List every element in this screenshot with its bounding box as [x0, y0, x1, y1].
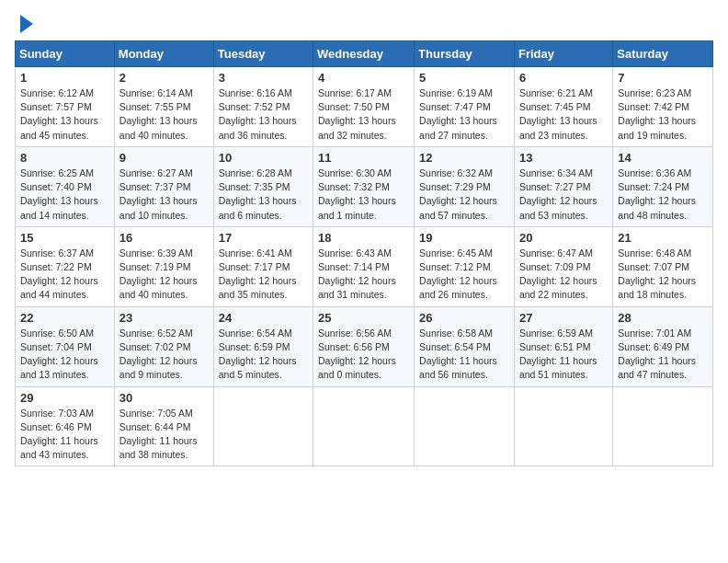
calendar-week-row: 22 Sunrise: 6:50 AM Sunset: 7:04 PM Dayl…	[16, 306, 713, 386]
sunset-text: Sunset: 7:12 PM	[419, 261, 491, 272]
sunrise-text: Sunrise: 6:32 AM	[419, 167, 493, 178]
sunset-text: Sunset: 6:46 PM	[20, 421, 92, 432]
calendar-day-cell: 6 Sunrise: 6:21 AM Sunset: 7:45 PM Dayli…	[514, 67, 612, 147]
calendar-day-cell: 17 Sunrise: 6:41 AM Sunset: 7:17 PM Dayl…	[213, 226, 313, 306]
day-content: Sunrise: 7:05 AM Sunset: 6:44 PM Dayligh…	[119, 407, 209, 463]
sunrise-text: Sunrise: 6:56 AM	[318, 327, 392, 339]
day-content: Sunrise: 6:41 AM Sunset: 7:17 PM Dayligh…	[219, 247, 308, 303]
sunrise-text: Sunrise: 6:14 AM	[119, 87, 193, 98]
daylight-text: Daylight: 12 hours and 53 minutes.	[519, 195, 597, 220]
day-number: 20	[519, 231, 608, 245]
day-number: 16	[119, 231, 209, 245]
sunrise-text: Sunrise: 7:01 AM	[618, 327, 691, 339]
daylight-text: Daylight: 13 hours and 45 minutes.	[20, 115, 98, 140]
day-content: Sunrise: 6:23 AM Sunset: 7:42 PM Dayligh…	[618, 86, 708, 143]
day-number: 19	[419, 231, 509, 245]
day-number: 9	[119, 151, 209, 165]
calendar-day-cell: 7 Sunrise: 6:23 AM Sunset: 7:42 PM Dayli…	[613, 67, 713, 147]
sunset-text: Sunset: 7:35 PM	[219, 181, 290, 192]
sunset-text: Sunset: 7:57 PM	[20, 101, 92, 112]
sunrise-text: Sunrise: 6:48 AM	[618, 247, 691, 259]
calendar-day-cell: 12 Sunrise: 6:32 AM Sunset: 7:29 PM Dayl…	[415, 146, 515, 226]
day-content: Sunrise: 6:19 AM Sunset: 7:47 PM Dayligh…	[419, 86, 509, 143]
sunrise-text: Sunrise: 7:03 AM	[20, 408, 94, 419]
calendar-day-cell: 20 Sunrise: 6:47 AM Sunset: 7:09 PM Dayl…	[514, 226, 612, 306]
calendar-day-cell: 19 Sunrise: 6:45 AM Sunset: 7:12 PM Dayl…	[415, 226, 515, 306]
daylight-text: Daylight: 12 hours and 0 minutes.	[318, 355, 396, 380]
sunset-text: Sunset: 7:17 PM	[219, 261, 290, 272]
daylight-text: Daylight: 13 hours and 32 minutes.	[318, 115, 396, 140]
day-number: 24	[219, 311, 308, 325]
empty-cell	[514, 386, 612, 466]
day-content: Sunrise: 6:14 AM Sunset: 7:55 PM Dayligh…	[119, 86, 209, 143]
day-content: Sunrise: 6:28 AM Sunset: 7:35 PM Dayligh…	[219, 167, 308, 223]
sunset-text: Sunset: 7:04 PM	[20, 341, 92, 352]
day-number: 8	[20, 151, 109, 165]
daylight-text: Daylight: 13 hours and 14 minutes.	[20, 195, 98, 220]
day-header-thursday: Thursday	[415, 41, 515, 67]
sunset-text: Sunset: 7:45 PM	[519, 101, 591, 112]
sunset-text: Sunset: 7:14 PM	[318, 261, 390, 272]
day-number: 22	[20, 311, 109, 325]
sunrise-text: Sunrise: 6:39 AM	[119, 247, 193, 259]
day-content: Sunrise: 6:43 AM Sunset: 7:14 PM Dayligh…	[318, 247, 409, 303]
calendar-day-cell: 22 Sunrise: 6:50 AM Sunset: 7:04 PM Dayl…	[16, 306, 115, 386]
sunrise-text: Sunrise: 6:43 AM	[318, 247, 392, 259]
sunset-text: Sunset: 6:59 PM	[219, 341, 290, 352]
sunrise-text: Sunrise: 6:23 AM	[618, 87, 691, 98]
sunset-text: Sunset: 7:22 PM	[20, 261, 92, 272]
calendar-week-row: 8 Sunrise: 6:25 AM Sunset: 7:40 PM Dayli…	[16, 146, 713, 226]
daylight-text: Daylight: 13 hours and 1 minute.	[318, 195, 396, 220]
calendar-day-cell: 23 Sunrise: 6:52 AM Sunset: 7:02 PM Dayl…	[114, 306, 213, 386]
day-content: Sunrise: 7:01 AM Sunset: 6:49 PM Dayligh…	[618, 327, 708, 383]
empty-cell	[213, 386, 313, 466]
sunrise-text: Sunrise: 6:45 AM	[419, 247, 493, 259]
calendar-day-cell: 18 Sunrise: 6:43 AM Sunset: 7:14 PM Dayl…	[313, 226, 415, 306]
logo-triangle-icon	[20, 15, 33, 33]
sunrise-text: Sunrise: 6:50 AM	[20, 327, 94, 339]
sunrise-text: Sunrise: 6:41 AM	[219, 247, 292, 259]
day-number: 18	[318, 231, 409, 245]
calendar-day-cell: 24 Sunrise: 6:54 AM Sunset: 6:59 PM Dayl…	[213, 306, 313, 386]
sunset-text: Sunset: 7:52 PM	[219, 101, 290, 112]
day-number: 25	[318, 311, 409, 325]
day-number: 13	[519, 151, 608, 165]
day-content: Sunrise: 6:54 AM Sunset: 6:59 PM Dayligh…	[219, 327, 308, 383]
calendar-day-cell: 11 Sunrise: 6:30 AM Sunset: 7:32 PM Dayl…	[313, 146, 415, 226]
calendar-day-cell: 25 Sunrise: 6:56 AM Sunset: 6:56 PM Dayl…	[313, 306, 415, 386]
daylight-text: Daylight: 12 hours and 40 minutes.	[119, 275, 198, 300]
day-content: Sunrise: 6:48 AM Sunset: 7:07 PM Dayligh…	[618, 247, 708, 303]
day-number: 11	[318, 151, 409, 165]
sunrise-text: Sunrise: 6:36 AM	[618, 167, 691, 178]
calendar-week-row: 15 Sunrise: 6:37 AM Sunset: 7:22 PM Dayl…	[16, 226, 713, 306]
sunrise-text: Sunrise: 6:54 AM	[219, 327, 292, 339]
sunset-text: Sunset: 7:50 PM	[318, 101, 390, 112]
daylight-text: Daylight: 12 hours and 9 minutes.	[119, 355, 198, 380]
daylight-text: Daylight: 12 hours and 35 minutes.	[219, 275, 297, 300]
daylight-text: Daylight: 13 hours and 19 minutes.	[618, 115, 696, 140]
sunrise-text: Sunrise: 7:05 AM	[119, 408, 193, 419]
day-content: Sunrise: 6:17 AM Sunset: 7:50 PM Dayligh…	[318, 86, 409, 143]
day-number: 6	[519, 71, 608, 85]
sunset-text: Sunset: 7:40 PM	[20, 181, 92, 192]
day-number: 29	[20, 391, 109, 405]
day-header-saturday: Saturday	[613, 41, 713, 67]
day-number: 2	[119, 71, 209, 85]
calendar-day-cell: 21 Sunrise: 6:48 AM Sunset: 7:07 PM Dayl…	[613, 226, 713, 306]
logo	[15, 15, 33, 33]
calendar-day-cell: 2 Sunrise: 6:14 AM Sunset: 7:55 PM Dayli…	[114, 67, 213, 147]
daylight-text: Daylight: 11 hours and 38 minutes.	[119, 435, 198, 460]
sunset-text: Sunset: 7:09 PM	[519, 261, 591, 272]
daylight-text: Daylight: 13 hours and 10 minutes.	[119, 195, 198, 220]
sunrise-text: Sunrise: 6:37 AM	[20, 247, 94, 259]
calendar-day-cell: 27 Sunrise: 6:59 AM Sunset: 6:51 PM Dayl…	[514, 306, 612, 386]
sunrise-text: Sunrise: 6:30 AM	[318, 167, 392, 178]
daylight-text: Daylight: 12 hours and 13 minutes.	[20, 355, 98, 380]
day-content: Sunrise: 6:37 AM Sunset: 7:22 PM Dayligh…	[20, 247, 109, 303]
sunrise-text: Sunrise: 6:27 AM	[119, 167, 193, 178]
daylight-text: Daylight: 11 hours and 43 minutes.	[20, 435, 98, 460]
day-number: 10	[219, 151, 308, 165]
sunrise-text: Sunrise: 6:59 AM	[519, 327, 593, 339]
calendar-day-cell: 26 Sunrise: 6:58 AM Sunset: 6:54 PM Dayl…	[415, 306, 515, 386]
day-content: Sunrise: 6:39 AM Sunset: 7:19 PM Dayligh…	[119, 247, 209, 303]
